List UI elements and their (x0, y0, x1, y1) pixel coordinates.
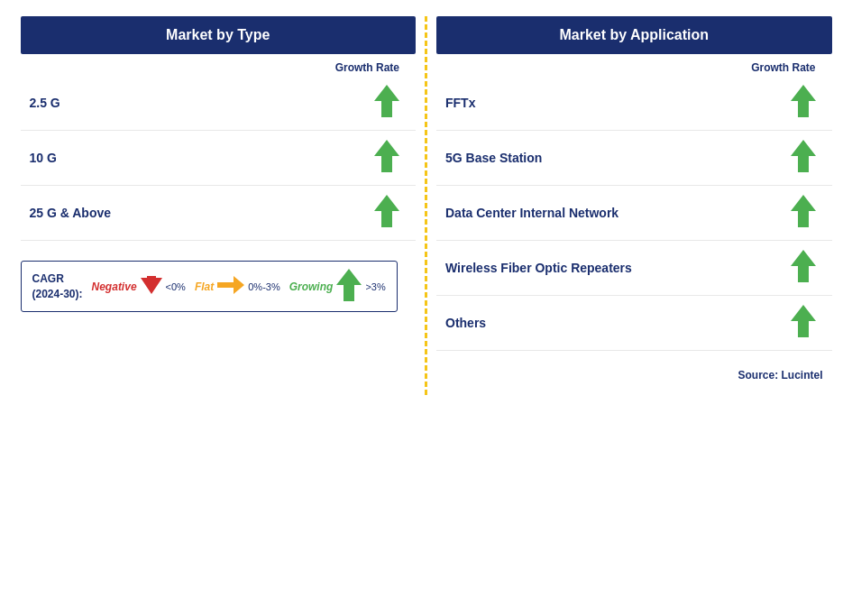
left-panel-header: Market by Type (21, 16, 417, 54)
svg-marker-6 (791, 85, 816, 117)
source-label: Source: Lucintel (436, 369, 832, 382)
green-up-arrow-icon (336, 269, 362, 304)
svg-marker-0 (374, 85, 399, 117)
left-panel-title: Market by Type (166, 27, 270, 42)
left-panel: Market by Type Growth Rate 2.5 G 10 G 25… (21, 16, 417, 312)
right-growth-rate-label: Growth Rate (436, 54, 832, 76)
svg-marker-4 (217, 276, 244, 294)
item-label-others: Others (445, 316, 486, 330)
legend-growing: Growing >3% (289, 269, 386, 304)
item-label-data-center: Data Center Internal Network (445, 206, 618, 220)
svg-marker-2 (374, 195, 399, 227)
green-up-arrow-icon (374, 140, 399, 176)
list-item: Others (436, 296, 832, 351)
item-label-5g-base: 5G Base Station (445, 151, 542, 165)
green-up-arrow-icon (791, 195, 816, 231)
item-label-wireless-fiber: Wireless Fiber Optic Repeaters (445, 261, 632, 275)
item-label-2-5g: 2.5 G (30, 96, 60, 110)
red-down-arrow-icon (141, 276, 162, 297)
legend-cagr-label: CAGR(2024-30): (32, 271, 83, 302)
legend-growing-label: Growing (289, 280, 334, 293)
green-up-arrow-icon (374, 85, 399, 121)
legend-flat-value: 0%-3% (248, 281, 279, 292)
legend-box: CAGR(2024-30): Negative <0% Flat 0%-3% (21, 261, 398, 312)
green-up-arrow-icon (791, 305, 816, 341)
right-panel-header: Market by Application (436, 16, 832, 54)
legend-negative-value: <0% (166, 281, 186, 292)
green-up-arrow-icon (791, 140, 816, 176)
legend-growing-value: >3% (365, 281, 385, 292)
list-item: 25 G & Above (21, 186, 417, 241)
svg-marker-10 (791, 305, 816, 337)
item-label-25g: 25 G & Above (30, 206, 112, 220)
list-item: 5G Base Station (436, 131, 832, 186)
left-growth-rate-label: Growth Rate (21, 54, 417, 76)
legend-flat-label: Flat (195, 280, 214, 293)
svg-marker-1 (374, 140, 399, 172)
svg-marker-8 (791, 195, 816, 227)
main-container: Market by Type Growth Rate 2.5 G 10 G 25… (21, 16, 832, 395)
list-item: 10 G (21, 131, 417, 186)
item-label-10g: 10 G (30, 151, 57, 165)
svg-marker-3 (141, 276, 162, 294)
panel-divider (425, 16, 427, 395)
item-label-fftx: FFTx (445, 96, 475, 110)
svg-marker-9 (791, 250, 816, 282)
legend-negative-label: Negative (92, 280, 137, 293)
list-item: Data Center Internal Network (436, 186, 832, 241)
list-item: FFTx (436, 76, 832, 131)
legend-flat: Flat 0%-3% (195, 276, 280, 297)
green-up-arrow-icon (791, 250, 816, 286)
orange-right-arrow-icon (217, 276, 244, 297)
svg-marker-5 (336, 269, 362, 301)
green-up-arrow-icon (374, 195, 399, 231)
svg-marker-7 (791, 140, 816, 172)
right-panel-title: Market by Application (559, 27, 709, 42)
list-item: 2.5 G (21, 76, 417, 131)
green-up-arrow-icon (791, 85, 816, 121)
legend-negative: Negative <0% (92, 276, 186, 297)
right-panel: Market by Application Growth Rate FFTx 5… (436, 16, 832, 382)
list-item: Wireless Fiber Optic Repeaters (436, 241, 832, 296)
